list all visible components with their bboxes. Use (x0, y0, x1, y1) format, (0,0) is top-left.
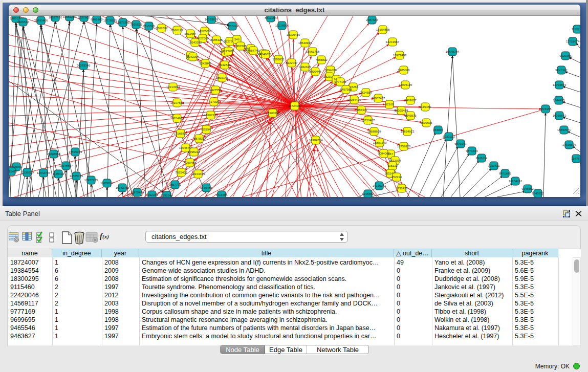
svg-text:252214: 252214 (391, 176, 402, 179)
svg-text:19654923: 19654923 (401, 130, 415, 133)
svg-text:9242844: 9242844 (219, 63, 231, 67)
svg-text:17957255: 17957255 (84, 179, 98, 182)
svg-text:2087682: 2087682 (366, 18, 378, 21)
svg-text:8813054: 8813054 (265, 16, 277, 19)
svg-text:2935114: 2935114 (476, 157, 488, 160)
svg-text:16961758: 16961758 (306, 50, 320, 53)
svg-text:9329966: 9329966 (559, 54, 572, 57)
svg-text:9084067: 9084067 (378, 152, 390, 155)
svg-text:7625402: 7625402 (175, 171, 187, 174)
svg-text:16033809: 16033809 (205, 18, 219, 21)
svg-text:10807487: 10807487 (372, 97, 385, 100)
svg-text:10958117: 10958117 (100, 182, 114, 185)
svg-text:10653287: 10653287 (63, 16, 77, 18)
svg-text:12093872: 12093872 (553, 83, 567, 86)
svg-text:10973493: 10973493 (393, 54, 407, 57)
svg-text:546: 546 (234, 38, 240, 41)
svg-text:5933923: 5933923 (443, 135, 455, 138)
svg-text:15751074: 15751074 (566, 40, 580, 43)
svg-text:16543362: 16543362 (188, 41, 202, 44)
svg-text:16914479: 16914479 (191, 172, 205, 176)
svg-text:11156829: 11156829 (20, 171, 34, 174)
svg-text:887833: 887833 (194, 137, 205, 140)
svg-text:16671385: 16671385 (116, 21, 130, 24)
svg-text:1733426: 1733426 (396, 187, 408, 190)
svg-text:19166822: 19166822 (174, 132, 188, 135)
svg-text:15692971: 15692971 (557, 128, 571, 132)
svg-text:2803144: 2803144 (216, 76, 228, 79)
svg-text:8454749: 8454749 (247, 49, 259, 52)
svg-text:8471676: 8471676 (499, 172, 511, 175)
svg-text:4099489: 4099489 (184, 161, 196, 164)
svg-text:9427552: 9427552 (209, 89, 222, 92)
svg-text:164095: 164095 (433, 128, 444, 132)
svg-text:7515526: 7515526 (143, 25, 155, 28)
svg-text:18724007: 18724007 (288, 104, 302, 107)
svg-text:10025488: 10025488 (395, 109, 408, 112)
svg-text:9227342: 9227342 (555, 69, 568, 72)
svg-text:10756928: 10756928 (397, 145, 411, 148)
svg-text:20691406: 20691406 (34, 19, 48, 22)
svg-text:12505135: 12505135 (70, 174, 83, 178)
svg-text:7357224: 7357224 (226, 25, 238, 28)
svg-text:3824554: 3824554 (360, 91, 372, 94)
svg-text:18807249: 18807249 (373, 141, 387, 144)
svg-text:3912954: 3912954 (184, 32, 197, 35)
svg-text:8186328: 8186328 (210, 38, 223, 41)
svg-text:9474444: 9474444 (466, 149, 478, 152)
svg-text:10688609: 10688609 (367, 130, 381, 133)
svg-text:1527602: 1527602 (78, 16, 90, 19)
svg-text:9245652: 9245652 (521, 187, 534, 190)
svg-text:62160: 62160 (385, 103, 394, 106)
svg-text:12213362: 12213362 (166, 85, 180, 89)
svg-text:14136141: 14136141 (373, 184, 386, 187)
svg-text:8990448: 8990448 (309, 70, 321, 73)
svg-text:10719185: 10719185 (103, 19, 117, 22)
svg-text:9699695: 9699695 (420, 121, 432, 124)
svg-text:5716485: 5716485 (215, 193, 228, 196)
svg-text:9777169: 9777169 (334, 80, 346, 83)
svg-text:18300295: 18300295 (266, 112, 280, 115)
svg-text:9245652: 9245652 (362, 192, 374, 195)
svg-text:9857771: 9857771 (169, 183, 181, 186)
svg-text:12213967: 12213967 (386, 40, 400, 43)
svg-text:20053346: 20053346 (77, 64, 91, 67)
svg-text:16154808: 16154808 (376, 28, 390, 31)
svg-text:12942737: 12942737 (37, 171, 51, 174)
svg-text:10654112: 10654112 (509, 180, 522, 183)
svg-text:1362615: 1362615 (299, 65, 311, 69)
svg-text:5175685: 5175685 (222, 50, 234, 53)
svg-text:7485063: 7485063 (398, 69, 410, 72)
svg-text:19218506: 19218506 (275, 24, 289, 27)
svg-text:1538852: 1538852 (272, 58, 285, 61)
svg-text:10975867: 10975867 (59, 164, 73, 167)
svg-text:9115460: 9115460 (420, 105, 432, 108)
svg-text:15267130: 15267130 (204, 114, 218, 117)
svg-text:20206556: 20206556 (47, 152, 61, 156)
svg-text:13325419: 13325419 (287, 33, 300, 36)
svg-text:18107552: 18107552 (170, 101, 184, 104)
svg-text:6794028: 6794028 (324, 69, 337, 72)
svg-text:8322037: 8322037 (286, 61, 298, 64)
svg-text:116753: 116753 (571, 157, 580, 160)
svg-text:6879197: 6879197 (454, 142, 467, 145)
svg-text:16210643: 16210643 (553, 114, 567, 117)
svg-text:8660123: 8660123 (171, 29, 183, 32)
svg-text:3915413: 3915413 (9, 170, 17, 173)
svg-text:9146821: 9146821 (259, 53, 272, 56)
svg-text:13226058: 13226058 (198, 30, 212, 33)
svg-text:53594: 53594 (202, 128, 211, 131)
svg-text:18877195: 18877195 (49, 16, 62, 19)
svg-text:1549575: 1549575 (404, 114, 417, 117)
svg-text:7955812: 7955812 (315, 58, 328, 61)
svg-text:1145194: 1145194 (53, 172, 65, 176)
svg-text:17016504: 17016504 (562, 143, 576, 146)
svg-text:16782759: 16782759 (116, 186, 129, 189)
svg-text:6497568: 6497568 (340, 88, 352, 91)
svg-text:17559924: 17559924 (69, 150, 82, 154)
svg-text:12975115: 12975115 (399, 83, 412, 86)
svg-text:7032621: 7032621 (488, 164, 500, 167)
svg-text:11923446: 11923446 (130, 191, 144, 194)
svg-text:1292344: 1292344 (146, 193, 158, 196)
svg-text:6466160: 6466160 (91, 18, 103, 21)
